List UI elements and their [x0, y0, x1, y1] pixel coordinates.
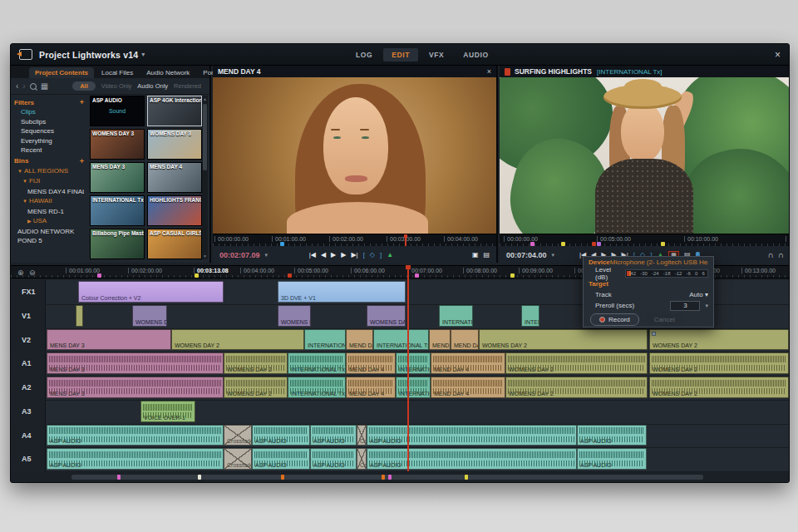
- clip-asp-audio[interactable]: ASP AUDIO: [310, 448, 357, 470]
- strip-marker[interactable]: [465, 475, 468, 480]
- timeline-marker-strip[interactable]: [11, 473, 789, 482]
- clip-voice-over-1[interactable]: VOICE OVER-1: [140, 401, 195, 422]
- clip-womens-day[interactable]: WOMENS DAY: [278, 305, 311, 327]
- preroll-caret-icon[interactable]: ▾: [705, 303, 708, 309]
- timeline-playhead[interactable]: [407, 265, 409, 471]
- clip-womens-day-1[interactable]: WOMENS DAY 1: [132, 305, 167, 327]
- thumbnail-asp-casual-girls[interactable]: ASP CASUAL GIRLS: [147, 229, 202, 259]
- track-label-v1[interactable]: V1: [11, 304, 45, 328]
- add-bin-button[interactable]: +: [80, 157, 84, 165]
- bin-item-mens-day4-finals[interactable]: MENS DAY4 FINALS: [14, 187, 84, 197]
- go-start-icon[interactable]: |◀: [309, 252, 316, 259]
- expand-icon[interactable]: ▶: [27, 219, 32, 224]
- source-viewer-image[interactable]: [213, 77, 496, 234]
- filter-item-subclips[interactable]: Subclips: [14, 117, 84, 127]
- ruler-marker[interactable]: [97, 273, 101, 278]
- record-button[interactable]: Record: [590, 313, 639, 326]
- clip-cr[interactable]: Cr: [357, 425, 367, 446]
- browser-tab-project-contents[interactable]: Project Contents: [29, 67, 94, 78]
- bin-item-hawaii[interactable]: ▼HAWAII: [14, 196, 84, 207]
- clip-womens-day-1[interactable]: WOMENS DAY 1: [367, 305, 406, 327]
- clip-inter[interactable]: INTER: [521, 305, 539, 327]
- clip-mend-day[interactable]: MEND DAY: [346, 329, 373, 351]
- grid-view-icon[interactable]: ▦: [41, 82, 48, 91]
- clip-asp-audio[interactable]: ASP AUDIO: [367, 425, 577, 446]
- filter-pill-rendered[interactable]: Rendered: [174, 82, 201, 90]
- thumbnail-mens-day-4[interactable]: MENS DAY 4: [147, 162, 202, 193]
- clip-asp-audio[interactable]: ASP AUDIO: [577, 448, 647, 470]
- clip-internatio[interactable]: INTERNATIO: [396, 377, 431, 398]
- clip-international-tx[interactable]: INTERNATIONAL Tx: [373, 329, 429, 351]
- clip-crossfade[interactable]: Crossfade: [224, 448, 252, 470]
- clip-womens-day-2[interactable]: WOMENS DAY 2: [479, 329, 648, 351]
- clip-mend-d[interactable]: MEND D: [429, 329, 451, 351]
- thumbnail-mens-day-3[interactable]: MENS DAY 3: [90, 162, 145, 193]
- timeline-viewer-image[interactable]: [500, 77, 789, 234]
- fullscreen-icon[interactable]: ▣: [472, 252, 479, 259]
- strip-marker[interactable]: [198, 475, 201, 480]
- expand-icon[interactable]: ▼: [22, 199, 27, 204]
- clip-international[interactable]: INTERNATIONAL: [304, 329, 346, 351]
- expand-icon[interactable]: ▼: [17, 169, 22, 174]
- clip-asp-audio[interactable]: ASP AUDIO: [47, 448, 224, 470]
- project-title[interactable]: Project Lightworks v14: [39, 50, 138, 60]
- filter-item-clips[interactable]: Clips: [14, 107, 84, 117]
- thumbnail-asp-audio[interactable]: ASP AUDIOSound: [90, 96, 145, 126]
- filter-item-recent[interactable]: Recent: [14, 145, 84, 155]
- strip-marker[interactable]: [281, 475, 284, 480]
- clip-cr[interactable]: Cr: [357, 448, 367, 470]
- clip-mend-day-4[interactable]: MEND DAY 4: [346, 352, 396, 374]
- clip-mens-day-3[interactable]: MENS DAY 3: [47, 329, 171, 351]
- clip-asp-audio[interactable]: ASP AUDIO: [252, 425, 310, 446]
- mark-in-icon[interactable]: [: [363, 252, 365, 259]
- expand-icon[interactable]: ▼: [22, 179, 27, 184]
- step-back-icon[interactable]: ◀: [321, 252, 326, 259]
- play-icon[interactable]: ▶: [331, 252, 336, 259]
- zoom-in-icon[interactable]: ⊕: [17, 268, 24, 277]
- clip-womens-day-2[interactable]: WOMENS DAY 2: [224, 377, 288, 398]
- bin-item-usa[interactable]: ▶USA: [14, 216, 84, 227]
- track-label-a4[interactable]: A4: [11, 424, 45, 448]
- clip-3d-dve-v1[interactable]: 3D DVE + V1: [278, 281, 406, 303]
- strip-marker[interactable]: [117, 475, 121, 480]
- filter-pill-all[interactable]: All: [72, 81, 96, 91]
- timecode-caret-icon[interactable]: ▾: [265, 252, 268, 259]
- tab-vfx[interactable]: VFX: [421, 48, 452, 62]
- project-menu-caret-icon[interactable]: ▾: [141, 51, 145, 58]
- clip-womens-day-2[interactable]: WOMENS DAY 2: [649, 329, 789, 351]
- strip-marker[interactable]: [388, 475, 392, 480]
- clip-internation[interactable]: INTERNATION: [439, 305, 473, 327]
- clip-internatio[interactable]: INTERNATIO: [396, 352, 431, 374]
- close-viewer-icon[interactable]: ×: [487, 67, 491, 76]
- clip-asp-audio[interactable]: ASP AUDIO: [577, 425, 647, 446]
- clip-international-tx[interactable]: INTERNATIONAL Tx: [288, 352, 346, 374]
- tab-edit[interactable]: EDIT: [383, 48, 418, 62]
- track-label-a5[interactable]: A5: [11, 447, 45, 471]
- forward-icon[interactable]: ›: [22, 82, 25, 91]
- clip-mend-day-4[interactable]: MEND DAY 4: [346, 377, 396, 398]
- step-forward-icon[interactable]: ▶: [341, 252, 346, 259]
- track-label-fx1[interactable]: FX1: [11, 280, 45, 304]
- thumbnail-asp-4gk-interactions[interactable]: ASP 4GK Interactions: [147, 96, 202, 126]
- scrollbar-thumb[interactable]: [203, 104, 207, 170]
- track-label-a3[interactable]: A3: [11, 400, 45, 424]
- filter-item-sequences[interactable]: Sequences: [14, 126, 84, 136]
- mark-out-icon[interactable]: ]: [380, 252, 382, 259]
- mark-point-icon[interactable]: ◇: [370, 252, 375, 259]
- track-label-v2[interactable]: V2: [11, 328, 45, 352]
- back-icon[interactable]: ‹: [16, 82, 18, 91]
- clip-womens-day-2[interactable]: WOMENS DAY 2: [224, 352, 288, 374]
- browser-tab-audio-network[interactable]: Audio Network: [140, 67, 195, 78]
- clip-crossfade[interactable]: Crossfade: [224, 425, 252, 446]
- source-timecode[interactable]: 00:02:07.09: [219, 251, 260, 259]
- bin-item-audio-network[interactable]: AUDIO NETWORK: [14, 227, 84, 237]
- clip-asp-audio[interactable]: ASP AUDIO: [310, 425, 357, 446]
- scroll-down-icon[interactable]: ▼: [202, 254, 208, 259]
- strip-marker[interactable]: [382, 475, 385, 480]
- cancel-button[interactable]: Cancel: [646, 314, 683, 325]
- clip-mend-day-4[interactable]: MEND DAY 4: [431, 377, 505, 398]
- timeline-view-icon[interactable]: ▤: [483, 252, 490, 259]
- thumbnail-international-tx[interactable]: INTERNATIONAL Tx: [90, 195, 145, 226]
- clip-mend-day[interactable]: MEND DAY: [451, 329, 479, 351]
- thumbnail-womens-day-3[interactable]: WOMENS DAY 3: [147, 129, 202, 160]
